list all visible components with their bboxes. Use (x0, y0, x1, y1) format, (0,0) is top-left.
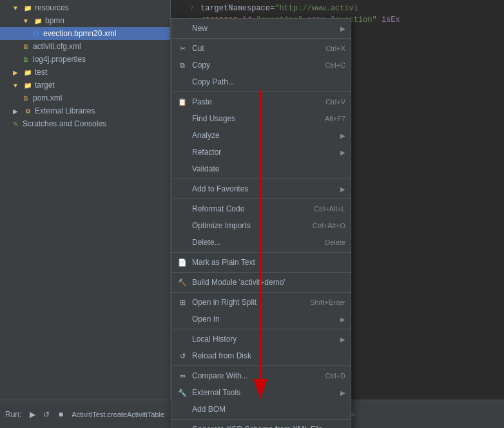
menu-cut-label: Cut (192, 44, 320, 53)
tree-label-ext-libs: External Libraries (35, 106, 95, 115)
tree-label-resources: resources (35, 3, 69, 12)
tools-arrow-icon: ▶ (340, 389, 345, 396)
file-tree: ▼ 📁 resources ▼ 📁 bpmn ⬡ evection.bpmn20… (0, 0, 171, 400)
menu-reformat[interactable]: Reformat Code Ctrl+Alt+L (171, 200, 351, 217)
analyze-icon (177, 130, 188, 141)
menu-analyze-label: Analyze (192, 131, 338, 140)
play-icon[interactable]: ▶ (26, 409, 38, 420)
rerun-icon[interactable]: ↺ (41, 409, 52, 420)
reformat-icon (177, 203, 188, 215)
menu-gen-xsd-label: Generate XSD Schema from XML File... (192, 425, 345, 428)
find-usages-shortcut: Alt+F7 (325, 115, 345, 122)
menu-add-favorites[interactable]: Add to Favorites ▶ (171, 180, 351, 197)
tree-label-pom: pom.xml (33, 93, 62, 102)
run-test-name: ActivitiTest.createActivitiTable (72, 411, 164, 418)
xsd-icon (177, 423, 188, 428)
menu-local-history[interactable]: Local History ▶ (171, 331, 351, 347)
delete-shortcut: Delete (325, 238, 345, 246)
build-icon: 🔨 (177, 277, 188, 288)
favorites-arrow-icon: ▶ (340, 186, 345, 193)
menu-paste-label: Paste (192, 97, 320, 106)
tree-resources[interactable]: ▼ 📁 resources (0, 1, 170, 14)
folder-icon: ▼ (10, 3, 21, 13)
menu-optimize-imports[interactable]: Optimize Imports Ctrl+Alt+O (171, 217, 351, 234)
menu-validate[interactable]: Validate (171, 160, 351, 177)
pom-file-icon: 🗎 (21, 93, 31, 103)
menu-new[interactable]: New ▶ (171, 20, 351, 37)
menu-paste[interactable]: 📋 Paste Ctrl+V (171, 93, 351, 110)
tree-test[interactable]: ▶ 📁 test (0, 66, 170, 79)
menu-add-bom[interactable]: Add BOM (171, 401, 351, 418)
menu-mark-plain[interactable]: 📄 Mark as Plain Text (171, 254, 351, 271)
tree-evection-xml[interactable]: ⬡ evection.bpmn20.xml (0, 27, 170, 40)
menu-compare-label: Compare With... (192, 371, 320, 380)
tree-label-test: test (35, 68, 47, 77)
menu-cut[interactable]: ✂ Cut Ctrl+X (171, 40, 351, 57)
menu-build-module[interactable]: 🔨 Build Module 'activiti-demo' (171, 274, 351, 291)
tree-label-activiti-cfg: activiti.cfg.xml (33, 42, 81, 51)
refactor-icon (177, 146, 188, 158)
code-line-7: 7 targetNamespace="http://www.activi (176, 3, 499, 14)
copy-shortcut: Ctrl+C (325, 61, 345, 69)
prop-file-icon: 🗎 (21, 54, 31, 64)
tree-bpmn[interactable]: ▼ 📁 bpmn (0, 14, 170, 27)
menu-delete[interactable]: Delete... Delete (171, 234, 351, 251)
new-icon (177, 23, 188, 34)
menu-open-right-split[interactable]: ⊞ Open in Right Split Shift+Enter (171, 294, 351, 311)
tree-label-target: target (35, 81, 55, 90)
menu-copy[interactable]: ⧉ Copy Ctrl+C (171, 57, 351, 73)
copy-path-icon (177, 76, 188, 88)
sep-2 (171, 92, 351, 92)
sep-5 (171, 252, 351, 253)
context-menu: New ▶ ✂ Cut Ctrl+X ⧉ Copy Ctrl+C Copy Pa… (171, 18, 351, 428)
tree-pom[interactable]: 🗎 pom.xml (0, 92, 170, 104)
copy-icon: ⧉ (177, 59, 188, 71)
tree-label-log4j: log4j.properties (33, 55, 86, 64)
validate-icon (177, 163, 188, 175)
paste-icon: 📋 (177, 96, 188, 108)
menu-add-bom-label: Add BOM (192, 405, 345, 414)
menu-analyze[interactable]: Analyze ▶ (171, 127, 351, 144)
tree-label-scratches: Scratches and Consoles (23, 119, 106, 128)
menu-find-usages[interactable]: Find Usages Alt+F7 (171, 110, 351, 127)
menu-external-tools[interactable]: 🔧 External Tools ▶ (171, 384, 351, 401)
folder-target-expand-icon: ▼ (10, 80, 21, 90)
optimize-icon (177, 220, 188, 231)
menu-local-history-label: Local History (192, 335, 338, 344)
find-usages-icon (177, 113, 188, 124)
code-content-7: targetNamespace="http://www.activi (200, 3, 358, 14)
refactor-arrow-icon: ▶ (340, 149, 345, 156)
menu-refactor-label: Refactor (192, 148, 338, 157)
sep-6 (171, 272, 351, 273)
tools-icon: 🔧 (177, 387, 188, 398)
menu-delete-label: Delete... (192, 238, 320, 247)
sep-8 (171, 329, 351, 329)
menu-refactor[interactable]: Refactor ▶ (171, 144, 351, 160)
paste-shortcut: Ctrl+V (325, 98, 345, 106)
tree-ext-libs[interactable]: ▶ ⚙ External Libraries (0, 104, 170, 117)
stop-icon[interactable]: ■ (55, 409, 66, 420)
menu-reload-disk[interactable]: ↺ Reload from Disk (171, 347, 351, 364)
compare-icon: ⇔ (177, 370, 188, 382)
run-label: Run: (5, 410, 21, 419)
tree-activiti-cfg[interactable]: 🗎 activiti.cfg.xml (0, 40, 170, 53)
menu-open-right-label: Open in Right Split (192, 298, 305, 307)
menu-validate-label: Validate (192, 164, 345, 173)
bom-icon (177, 404, 188, 415)
tree-scratches[interactable]: ✎ Scratches and Consoles (0, 117, 170, 130)
tree-target[interactable]: ▼ 📁 target (0, 79, 170, 92)
open-in-arrow-icon: ▶ (340, 316, 345, 323)
menu-open-in[interactable]: Open In ▶ (171, 311, 351, 327)
sep-4 (171, 199, 351, 199)
folder-target-icon: 📁 (23, 80, 33, 90)
menu-gen-xsd[interactable]: Generate XSD Schema from XML File... (171, 421, 351, 428)
split-icon: ⊞ (177, 297, 188, 308)
menu-copy-path[interactable]: Copy Path... (171, 73, 351, 90)
tree-log4j[interactable]: 🗎 log4j.properties (0, 53, 170, 66)
menu-compare-with[interactable]: ⇔ Compare With... Ctrl+D (171, 367, 351, 384)
menu-build-label: Build Module 'activiti-demo' (192, 278, 345, 287)
history-arrow-icon: ▶ (340, 336, 345, 343)
menu-find-usages-label: Find Usages (192, 114, 320, 123)
lib-expand-icon: ▶ (10, 106, 21, 116)
scratch-icon: ✎ (10, 119, 21, 129)
